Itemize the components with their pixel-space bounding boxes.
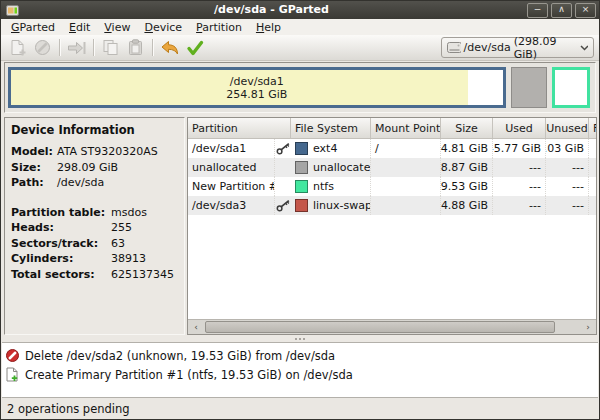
column-header-size[interactable]: Size bbox=[441, 118, 493, 138]
info-heads-label: Heads: bbox=[11, 220, 111, 236]
column-header-mountpoint[interactable]: Mount Point bbox=[371, 118, 441, 138]
cell-used: --- bbox=[493, 196, 546, 215]
cell-used: 245.77 GiB bbox=[493, 139, 546, 158]
resize-move-button[interactable] bbox=[64, 37, 89, 59]
close-button[interactable]: × bbox=[575, 3, 596, 18]
info-sectors-label: Sectors/track: bbox=[11, 236, 111, 252]
toolbar-separator bbox=[59, 39, 60, 56]
minimize-button[interactable]: − bbox=[527, 3, 548, 18]
cell-size: 254.81 GiB bbox=[441, 139, 493, 158]
toolbar-separator bbox=[152, 39, 153, 56]
column-header-flags[interactable]: Flags bbox=[589, 118, 597, 138]
window-title: /dev/sda - GParted bbox=[19, 1, 524, 19]
operation-text: Create Primary Partition #1 (ntfs, 19.53… bbox=[25, 368, 353, 382]
menu-view[interactable]: View bbox=[97, 20, 137, 35]
cell-flags bbox=[589, 139, 597, 158]
gparted-app-icon bbox=[6, 5, 19, 16]
menu-device[interactable]: Device bbox=[137, 20, 189, 35]
visual-partition-size: 254.81 GiB bbox=[226, 88, 287, 101]
copy-button[interactable] bbox=[98, 37, 123, 59]
disk-visual-bar: /dev/sda1 254.81 GiB bbox=[4, 62, 596, 113]
scroll-right-arrow-icon[interactable]: › bbox=[580, 320, 596, 334]
new-partition-icon bbox=[9, 39, 27, 57]
key-icon bbox=[276, 199, 290, 212]
partition-table-header: Partition File System Mount Point Size U… bbox=[188, 118, 596, 139]
pending-operations-status: 2 operations pending bbox=[7, 402, 130, 416]
menu-edit[interactable]: Edit bbox=[62, 20, 97, 35]
menu-help[interactable]: Help bbox=[249, 20, 288, 35]
pane-splitter[interactable] bbox=[1, 335, 599, 342]
info-ptable-label: Partition table: bbox=[11, 205, 111, 221]
undo-icon bbox=[160, 40, 180, 56]
cell-partition: /dev/sda1 bbox=[188, 139, 275, 158]
table-row-sda3[interactable]: /dev/sda3 linux-swap 4.88 GiB --- --- bbox=[188, 196, 596, 215]
copy-icon bbox=[102, 39, 119, 56]
info-totalsectors-value: 625137345 bbox=[111, 267, 174, 283]
paste-button[interactable] bbox=[123, 37, 148, 59]
cell-mountpoint bbox=[371, 196, 441, 215]
cell-size: 19.53 GiB bbox=[441, 177, 493, 196]
delete-partition-button[interactable] bbox=[30, 37, 55, 59]
visual-partition-sda1[interactable]: /dev/sda1 254.81 GiB bbox=[8, 67, 506, 108]
partition-table: Partition File System Mount Point Size U… bbox=[187, 117, 597, 335]
new-partition-button[interactable] bbox=[5, 37, 30, 59]
scrollbar-thumb[interactable] bbox=[205, 321, 555, 333]
device-info-panel: Device Information Model:ATA ST9320320AS… bbox=[4, 117, 185, 335]
gparted-window: /dev/sda - GParted − ∧ × GParted Edit Vi… bbox=[0, 0, 600, 420]
toolbar-separator bbox=[93, 39, 94, 56]
column-header-partition[interactable]: Partition bbox=[188, 118, 291, 138]
visual-partition-new-1[interactable] bbox=[552, 67, 589, 108]
info-cylinders-label: Cylinders: bbox=[11, 251, 111, 267]
scroll-left-arrow-icon[interactable]: ‹ bbox=[188, 320, 204, 334]
cell-used: --- bbox=[493, 158, 546, 177]
titlebar[interactable]: /dev/sda - GParted − ∧ × bbox=[1, 1, 599, 19]
cell-flags bbox=[589, 196, 597, 215]
filesystem-color-swatch bbox=[295, 161, 308, 174]
cell-mountpoint bbox=[371, 158, 441, 177]
column-header-used[interactable]: Used bbox=[493, 118, 546, 138]
visual-partition-unallocated[interactable] bbox=[511, 67, 548, 108]
operation-text: Delete /dev/sda2 (unknown, 19.53 GiB) fr… bbox=[25, 349, 335, 363]
visual-partition-label: /dev/sda1 bbox=[230, 75, 284, 88]
undo-button[interactable] bbox=[157, 37, 182, 59]
table-row-sda1[interactable]: /dev/sda1 ext4 / 254.81 GiB 245.77 GiB 9… bbox=[188, 139, 596, 158]
statusbar: 2 operations pending bbox=[2, 397, 598, 419]
delete-partition-icon bbox=[34, 39, 51, 56]
info-ptable-value: msdos bbox=[111, 205, 147, 221]
cell-filesystem: linux-swap bbox=[313, 199, 371, 212]
cell-mountpoint bbox=[371, 177, 441, 196]
info-model-label: Model: bbox=[11, 144, 57, 160]
device-info-title: Device Information bbox=[11, 123, 178, 137]
operation-item: Delete /dev/sda2 (unknown, 19.53 GiB) fr… bbox=[2, 346, 598, 365]
cell-partition: /dev/sda3 bbox=[188, 196, 275, 215]
cell-filesystem: ext4 bbox=[313, 142, 337, 155]
info-path-label: Path: bbox=[11, 175, 57, 191]
table-row-unallocated[interactable]: unallocated unallocated 18.87 GiB --- --… bbox=[188, 158, 596, 177]
cell-filesystem: unallocated bbox=[313, 161, 371, 174]
harddisk-icon bbox=[447, 42, 461, 53]
cell-size: 4.88 GiB bbox=[441, 196, 493, 215]
column-header-filesystem[interactable]: File System bbox=[291, 118, 371, 138]
cell-used: --- bbox=[493, 177, 546, 196]
cell-filesystem: ntfs bbox=[313, 180, 334, 193]
apply-button[interactable] bbox=[182, 37, 207, 59]
cell-unused: 9.03 GiB bbox=[546, 139, 589, 158]
filesystem-color-swatch bbox=[295, 180, 308, 193]
info-sectors-value: 63 bbox=[111, 236, 125, 252]
maximize-button[interactable]: ∧ bbox=[551, 3, 572, 18]
horizontal-scrollbar[interactable]: ‹ › bbox=[188, 319, 596, 334]
cell-partition: New Partition #1 bbox=[188, 177, 275, 196]
paste-icon bbox=[127, 39, 144, 56]
menu-partition[interactable]: Partition bbox=[189, 20, 249, 35]
apply-icon bbox=[186, 40, 204, 56]
cell-flags bbox=[589, 158, 597, 177]
info-totalsectors-label: Total sectors: bbox=[11, 267, 111, 283]
cell-mountpoint: / bbox=[371, 139, 441, 158]
table-row-new-partition-1[interactable]: New Partition #1 ntfs 19.53 GiB --- --- bbox=[188, 177, 596, 196]
device-selector[interactable]: /dev/sda (298.09 GiB) bbox=[441, 37, 594, 58]
info-path-value: /dev/sda bbox=[57, 175, 104, 191]
device-selector-path: /dev/sda bbox=[464, 41, 511, 54]
column-header-unused[interactable]: Unused bbox=[546, 118, 589, 138]
operations-panel: Delete /dev/sda2 (unknown, 19.53 GiB) fr… bbox=[2, 342, 598, 397]
menu-gparted[interactable]: GParted bbox=[4, 20, 62, 35]
